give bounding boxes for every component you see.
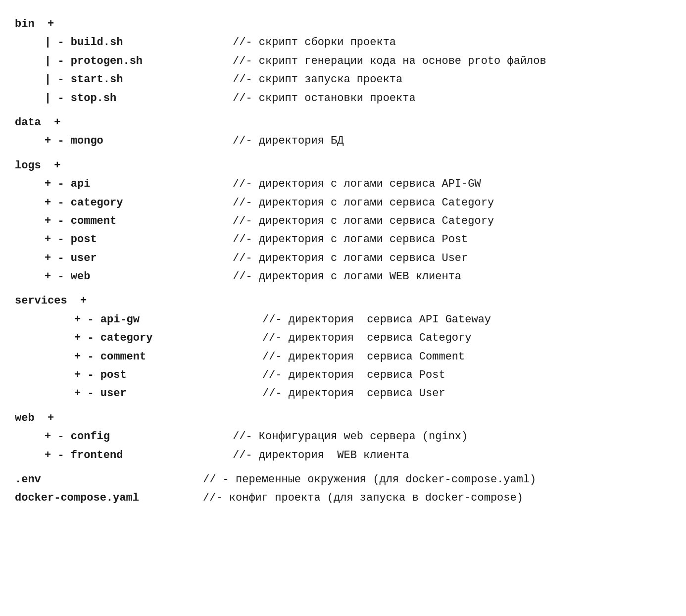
tree-item-name-start-sh: | - start.sh xyxy=(45,70,233,89)
tree-row-bin: bin + xyxy=(15,15,671,33)
spacer xyxy=(15,286,671,292)
tree-item-name-protogen-sh: | - protogen.sh xyxy=(45,52,233,70)
tree-item-comment-start-sh: //- скрипт запуска проекта xyxy=(233,70,402,89)
tree-row-services-user: + - user//- директория сервиса User xyxy=(15,384,671,403)
tree-item-name-logs-web: + - web xyxy=(45,267,233,286)
tree-row-web-frontend: + - frontend//- директория WEB клиента xyxy=(15,446,671,464)
tree-item-name-logs-user: + - user xyxy=(45,249,233,267)
tree-item-comment-services-comment: //- директория сервиса Comment xyxy=(262,348,465,366)
tree-row-logs-comment: + - comment//- директория с логами серви… xyxy=(15,212,671,230)
tree-item-comment-stop-sh: //- скрипт остановки проекта xyxy=(233,89,416,107)
tree-row-docker-compose: docker-compose.yaml//- конфиг проекта (д… xyxy=(15,489,671,507)
tree-row-web: web + xyxy=(15,409,671,427)
tree-row-logs-category: + - category//- директория с логами серв… xyxy=(15,194,671,212)
tree-item-name-services-post: + - post xyxy=(74,366,262,384)
tree-row-logs-user: + - user//- директория с логами сервиса … xyxy=(15,249,671,267)
tree-row-stop-sh: | - stop.sh//- скрипт остановки проекта xyxy=(15,89,671,107)
tree-row-data: data + xyxy=(15,113,671,132)
tree-item-name-build-sh: | - build.sh xyxy=(45,33,233,51)
tree-item-comment-env: // - переменные окружения (для docker-co… xyxy=(203,470,536,489)
tree-item-comment-web-frontend: //- директория WEB клиента xyxy=(233,446,409,464)
tree-item-name-logs: logs + xyxy=(15,156,203,175)
tree-item-comment-services-post: //- директория сервиса Post xyxy=(262,366,445,384)
tree-row-services-post: + - post//- директория сервиса Post xyxy=(15,366,671,384)
tree-item-name-services-user: + - user xyxy=(74,384,262,403)
tree-item-name-services-api-gw: + - api-gw xyxy=(74,310,262,329)
tree-item-comment-mongo: //- директория БД xyxy=(233,132,343,150)
tree-row-logs-api: + - api//- директория с логами сервиса A… xyxy=(15,175,671,193)
tree-item-name-mongo: + - mongo xyxy=(45,132,233,150)
tree-row-logs-web: + - web//- директория с логами WEB клиен… xyxy=(15,267,671,286)
tree-row-services: services + xyxy=(15,292,671,310)
tree-item-comment-logs-api: //- директория с логами сервиса API-GW xyxy=(233,175,481,193)
tree-item-name-logs-comment: + - comment xyxy=(45,212,233,230)
tree-item-name-stop-sh: | - stop.sh xyxy=(45,89,233,107)
tree-item-name-services: services + xyxy=(15,292,203,310)
tree-item-name-services-category: + - category xyxy=(74,329,262,347)
tree-item-comment-logs-user: //- директория с логами сервиса User xyxy=(233,249,468,267)
tree-item-name-bin: bin + xyxy=(15,15,203,33)
tree-item-name-web-frontend: + - frontend xyxy=(45,446,233,464)
tree-item-name-logs-category: + - category xyxy=(45,194,233,212)
spacer xyxy=(15,107,671,113)
tree-item-comment-build-sh: //- скрипт сборки проекта xyxy=(233,33,396,51)
tree-item-comment-services-user: //- директория сервиса User xyxy=(262,384,445,403)
tree-item-comment-logs-web: //- директория с логами WEB клиента xyxy=(233,267,461,286)
tree-row-start-sh: | - start.sh//- скрипт запуска проекта xyxy=(15,70,671,89)
tree-item-name-env: .env xyxy=(15,470,203,489)
tree-item-comment-services-category: //- директория сервиса Category xyxy=(262,329,471,347)
tree-row-services-api-gw: + - api-gw//- директория сервиса API Gat… xyxy=(15,310,671,329)
tree-item-comment-logs-comment: //- директория с логами сервиса Category xyxy=(233,212,494,230)
tree-item-comment-services-api-gw: //- директория сервиса API Gateway xyxy=(262,310,491,329)
tree-row-protogen-sh: | - protogen.sh//- скрипт генерации кода… xyxy=(15,52,671,70)
tree-row-services-category: + - category//- директория сервиса Categ… xyxy=(15,329,671,347)
tree-item-name-web-config: + - config xyxy=(45,427,233,446)
spacer xyxy=(15,151,671,156)
tree-item-name-data: data + xyxy=(15,113,203,132)
tree-row-build-sh: | - build.sh//- скрипт сборки проекта xyxy=(15,33,671,51)
tree-item-comment-web-config: //- Конфигурация web сервера (nginx) xyxy=(233,427,468,446)
tree-item-comment-docker-compose: //- конфиг проекта (для запуска в docker… xyxy=(203,489,523,507)
tree-container: bin +| - build.sh//- скрипт сборки проек… xyxy=(15,15,671,508)
tree-item-name-logs-api: + - api xyxy=(45,175,233,193)
tree-row-services-comment: + - comment//- директория сервиса Commen… xyxy=(15,348,671,366)
tree-item-comment-protogen-sh: //- скрипт генерации кода на основе prot… xyxy=(233,52,546,70)
spacer xyxy=(15,464,671,470)
tree-row-web-config: + - config//- Конфигурация web сервера (… xyxy=(15,427,671,446)
tree-item-name-docker-compose: docker-compose.yaml xyxy=(15,489,203,507)
tree-row-env: .env// - переменные окружения (для docke… xyxy=(15,470,671,489)
tree-row-mongo: + - mongo//- директория БД xyxy=(15,132,671,150)
tree-item-comment-logs-post: //- директория с логами сервиса Post xyxy=(233,230,468,249)
spacer xyxy=(15,403,671,409)
tree-row-logs-post: + - post//- директория с логами сервиса … xyxy=(15,230,671,249)
tree-item-comment-logs-category: //- директория с логами сервиса Category xyxy=(233,194,494,212)
tree-item-name-web: web + xyxy=(15,409,203,427)
tree-item-name-logs-post: + - post xyxy=(45,230,233,249)
tree-row-logs: logs + xyxy=(15,156,671,175)
tree-item-name-services-comment: + - comment xyxy=(74,348,262,366)
